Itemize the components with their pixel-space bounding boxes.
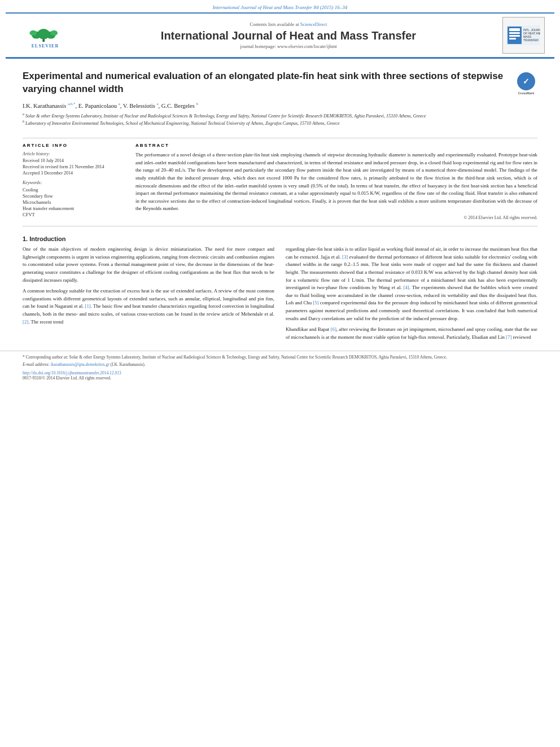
- header-left: ELSEVIER: [11, 21, 79, 50]
- abstract-heading: ABSTRACT: [135, 143, 537, 148]
- elsevier-logo: ELSEVIER: [20, 21, 71, 50]
- affiliation-a: Solar & other Energy Systems Laboratory,…: [25, 113, 426, 119]
- journal-title: International Journal of Heat and Mass T…: [85, 29, 492, 42]
- article-title-text: Experimental and numerical evaluation of…: [23, 70, 515, 96]
- svg-point-5: [50, 30, 58, 35]
- sciencedirect-link[interactable]: ScienceDirect: [300, 21, 327, 27]
- elsevier-tree-icon: [25, 23, 65, 42]
- keywords-label: Keywords:: [23, 180, 124, 185]
- intro-section: 1. Introduction: [0, 231, 560, 242]
- crossmark-icon: ✓: [517, 72, 535, 90]
- intro-left-col: One of the main objectives of modern eng…: [23, 246, 274, 345]
- intro-title: 1. Introduction: [23, 235, 537, 242]
- authors-line: I.K. Karathanassis a,b,*, E. Papanicolao…: [23, 102, 537, 109]
- elsevier-text: ELSEVIER: [32, 43, 59, 49]
- issn-text: 0017-9310/© 2014 Elsevier Ltd. All right…: [23, 375, 537, 381]
- svg-rect-10: [509, 35, 520, 37]
- crossmark-area: ✓ CrossMark: [515, 72, 537, 95]
- header-right: INTL. JOURNAL OF HEAT AND MASS TRANSFER: [498, 17, 549, 54]
- doi-link[interactable]: http://dx.doi.org/10.1016/j.ijheatmasstr…: [23, 370, 121, 375]
- abstract-text: The performance of a novel design of a t…: [135, 151, 537, 213]
- journal-header: ELSEVIER Contents lists available at Sci…: [6, 12, 554, 58]
- copyright-line: © 2014 Elsevier Ltd. All rights reserved…: [135, 215, 537, 220]
- keyword-2: Secondary flow: [23, 193, 124, 199]
- intro-right-col: regarding plate-fin heat sinks is to uti…: [286, 246, 537, 345]
- intro-body-columns: One of the main objectives of modern eng…: [0, 246, 560, 345]
- info-abstract-columns: ARTICLE INFO Article history: Received 1…: [0, 143, 560, 220]
- intro-divider: [23, 226, 537, 226]
- section-divider: [23, 138, 537, 138]
- header-divider: [6, 58, 554, 59]
- article-title-area: Experimental and numerical evaluation of…: [23, 70, 537, 96]
- abstract-column: ABSTRACT The performance of a novel desi…: [135, 143, 537, 220]
- svg-point-4: [29, 30, 37, 35]
- header-center: Contents lists available at ScienceDirec…: [79, 21, 498, 49]
- keyword-5: CFVT: [23, 212, 124, 217]
- footnote-corresponding: * Corresponding author at: Solar & other…: [23, 355, 537, 361]
- article-info-column: ARTICLE INFO Article history: Received 1…: [23, 143, 124, 220]
- accepted-date: Accepted 3 December 2014: [23, 171, 124, 176]
- received-date: Received 10 July 2014: [23, 158, 124, 163]
- intro-para4: Khandlikar and Bapat [6], after reviewin…: [286, 326, 537, 341]
- svg-rect-9: [509, 32, 520, 34]
- intro-para3: regarding plate-fin heat sinks is to uti…: [286, 246, 537, 322]
- journal-reference: International Journal of Heat and Mass T…: [0, 0, 560, 12]
- sciencedirect-line: Contents lists available at ScienceDirec…: [85, 21, 492, 27]
- svg-rect-11: [509, 38, 516, 40]
- article-section: Experimental and numerical evaluation of…: [0, 63, 560, 133]
- svg-rect-8: [509, 28, 520, 31]
- history-label: Article history:: [23, 151, 124, 156]
- svg-text:TRANSFER: TRANSFER: [523, 38, 539, 42]
- keyword-1: Cooling: [23, 187, 124, 193]
- keyword-3: Microchannels: [23, 199, 124, 205]
- page: International Journal of Heat and Mass T…: [0, 0, 560, 747]
- keyword-4: Heat transfer enhancement: [23, 206, 124, 211]
- journal-ref-text: International Journal of Heat and Mass T…: [213, 5, 348, 10]
- footer-section: * Corresponding author at: Solar & other…: [0, 351, 560, 381]
- journal-logo-box: INTL. JOURNAL OF HEAT AND MASS TRANSFER: [502, 17, 545, 54]
- article-info-heading: ARTICLE INFO: [23, 143, 124, 148]
- affiliations: a Solar & other Energy Systems Laborator…: [23, 112, 537, 126]
- footnote-email: E-mail address: ikarathanassis@ipta.demo…: [23, 362, 537, 368]
- journal-homepage: journal homepage: www.elsevier.com/locat…: [85, 43, 492, 49]
- journal-logo-icon: INTL. JOURNAL OF HEAT AND MASS TRANSFER: [506, 25, 540, 45]
- crossmark-label: CrossMark: [518, 91, 534, 95]
- affiliation-b: Laboratory of Innovative Environmental T…: [25, 121, 339, 126]
- revised-date: Received in revised form 21 November 201…: [23, 164, 124, 169]
- intro-para1: One of the main objectives of modern eng…: [23, 246, 274, 284]
- intro-para2: A common technology suitable for the ext…: [23, 287, 274, 326]
